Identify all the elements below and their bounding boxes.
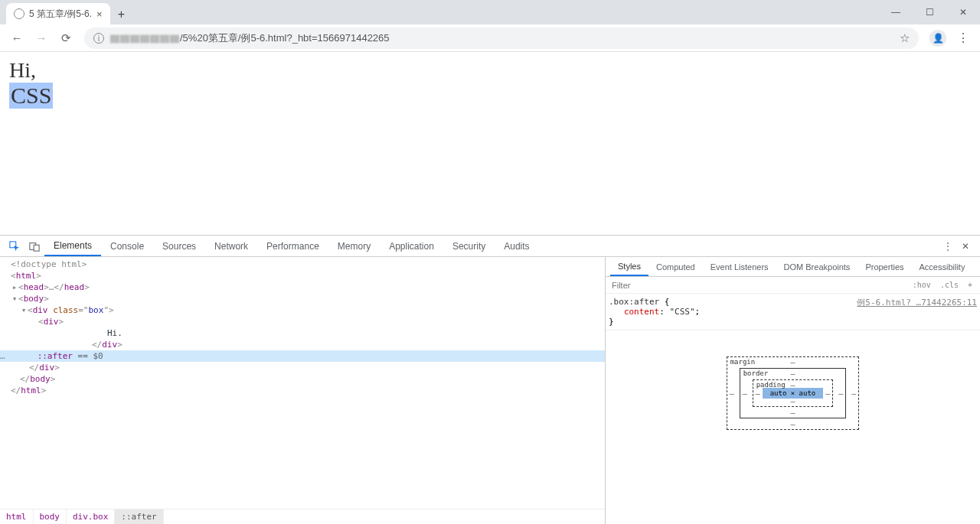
forward-button[interactable]: → bbox=[31, 28, 52, 49]
inspect-element-icon[interactable] bbox=[5, 236, 24, 256]
styles-sidebar: Styles Computed Event Listeners DOM Brea… bbox=[605, 257, 980, 524]
rule-source-link[interactable]: 例5-6.html? …71442265:11 bbox=[857, 297, 977, 308]
page-text-hi: Hi, bbox=[9, 58, 971, 83]
site-info-icon[interactable]: i bbox=[93, 33, 104, 44]
tree-line[interactable]: </div> bbox=[0, 339, 605, 350]
tab-performance[interactable]: Performance bbox=[257, 236, 328, 256]
page-viewport: Hi, CSS bbox=[0, 52, 980, 235]
tree-line[interactable]: </div> bbox=[0, 362, 605, 373]
tree-line-selected[interactable]: …::after == $0 bbox=[0, 350, 605, 362]
svg-rect-2 bbox=[34, 245, 39, 251]
browser-titlebar: 5 第五章/例5-6. × + — ☐ ✕ bbox=[0, 0, 980, 24]
tree-line[interactable]: <div> bbox=[0, 316, 605, 327]
browser-tab[interactable]: 5 第五章/例5-6. × bbox=[6, 3, 110, 24]
new-tab-button[interactable]: + bbox=[118, 8, 125, 21]
sidebar-tab-computed[interactable]: Computed bbox=[648, 257, 703, 276]
maximize-button[interactable]: ☐ bbox=[913, 0, 946, 24]
reload-button[interactable]: ⟳ bbox=[55, 28, 77, 49]
sidebar-tab-event-listeners[interactable]: Event Listeners bbox=[703, 257, 776, 276]
tree-line[interactable]: ▾<div class="box"> bbox=[0, 304, 605, 316]
close-icon[interactable]: × bbox=[96, 8, 103, 20]
browser-menu-button[interactable]: ⋮ bbox=[952, 31, 974, 45]
sidebar-tab-dom-breakpoints[interactable]: DOM Breakpoints bbox=[776, 257, 858, 276]
styles-filter-input[interactable] bbox=[609, 281, 908, 290]
tree-line[interactable]: </body> bbox=[0, 373, 605, 385]
elements-pane: <!doctype html> <html> ▸<head>…</head> ▾… bbox=[0, 257, 605, 524]
breadcrumb-item[interactable]: html bbox=[0, 509, 34, 524]
devtools-close-icon[interactable]: ✕ bbox=[962, 241, 969, 252]
box-model-border[interactable]: border – – – – padding – – – – auto × au… bbox=[740, 368, 847, 418]
tab-network[interactable]: Network bbox=[205, 236, 257, 256]
tab-audits[interactable]: Audits bbox=[495, 236, 538, 256]
breadcrumb-item-selected[interactable]: ::after bbox=[115, 509, 163, 524]
bookmark-star-icon[interactable]: ☆ bbox=[900, 31, 910, 45]
close-window-button[interactable]: ✕ bbox=[946, 0, 980, 24]
devtools-panel: Elements Console Sources Network Perform… bbox=[0, 235, 980, 524]
tree-line[interactable]: Hi. bbox=[0, 327, 605, 339]
sidebar-tab-accessibility[interactable]: Accessibility bbox=[912, 257, 973, 276]
cls-toggle[interactable]: .cls bbox=[936, 281, 963, 289]
address-bar: ← → ⟳ i ▇▇▇▇▇▇▇/5%20第五章/例5-6.html?_hbt=1… bbox=[0, 24, 980, 52]
tab-console[interactable]: Console bbox=[101, 236, 153, 256]
tab-security[interactable]: Security bbox=[443, 236, 495, 256]
window-controls: — ☐ ✕ bbox=[879, 0, 980, 24]
devtools-tabbar: Elements Console Sources Network Perform… bbox=[0, 236, 980, 257]
new-style-rule-button[interactable]: + bbox=[963, 281, 977, 289]
url-text: ▇▇▇▇▇▇▇/5%20第五章/例5-6.html?_hbt=156697144… bbox=[110, 31, 893, 45]
minimize-button[interactable]: — bbox=[879, 0, 913, 24]
box-model-padding[interactable]: padding – – – – auto × auto bbox=[753, 379, 834, 407]
device-toolbar-icon[interactable] bbox=[24, 236, 44, 256]
styles-filter-row: :hov .cls + bbox=[606, 277, 980, 294]
tree-line[interactable]: <!doctype html> bbox=[0, 259, 605, 270]
hov-toggle[interactable]: :hov bbox=[908, 281, 936, 289]
tree-line[interactable]: </html> bbox=[0, 385, 605, 396]
box-model-margin[interactable]: margin – – – – border – – – – padding – bbox=[727, 356, 860, 430]
back-button[interactable]: ← bbox=[6, 28, 28, 49]
page-text-css-highlighted: CSS bbox=[9, 83, 53, 109]
box-model: margin – – – – border – – – – padding – bbox=[606, 330, 980, 524]
tree-line[interactable]: ▸<head>…</head> bbox=[0, 282, 605, 293]
globe-icon bbox=[14, 8, 24, 19]
dom-tree[interactable]: <!doctype html> <html> ▸<head>…</head> ▾… bbox=[0, 257, 605, 509]
tab-memory[interactable]: Memory bbox=[328, 236, 380, 256]
tab-title: 5 第五章/例5-6. bbox=[29, 8, 92, 21]
url-field[interactable]: i ▇▇▇▇▇▇▇/5%20第五章/例5-6.html?_hbt=1566971… bbox=[84, 28, 919, 49]
profile-avatar[interactable]: 👤 bbox=[929, 30, 946, 47]
tree-line[interactable]: <html> bbox=[0, 270, 605, 282]
tab-elements[interactable]: Elements bbox=[44, 236, 101, 256]
sidebar-tabs: Styles Computed Event Listeners DOM Brea… bbox=[606, 257, 980, 277]
tab-application[interactable]: Application bbox=[380, 236, 443, 256]
breadcrumb-item[interactable]: div.box bbox=[67, 509, 115, 524]
css-rule[interactable]: 例5-6.html? …71442265:11 .box:after { con… bbox=[606, 294, 980, 330]
devtools-menu-icon[interactable]: ⋮ bbox=[943, 241, 952, 252]
breadcrumb: html body div.box ::after bbox=[0, 509, 605, 524]
tab-sources[interactable]: Sources bbox=[153, 236, 205, 256]
sidebar-tab-properties[interactable]: Properties bbox=[858, 257, 911, 276]
sidebar-tab-styles[interactable]: Styles bbox=[610, 257, 648, 276]
breadcrumb-item[interactable]: body bbox=[34, 509, 67, 524]
tree-line[interactable]: ▾<body> bbox=[0, 293, 605, 304]
